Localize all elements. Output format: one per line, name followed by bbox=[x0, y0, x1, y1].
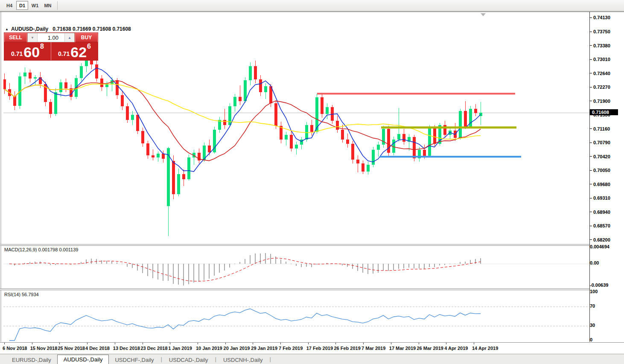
axis-tick: 0.70790 bbox=[590, 140, 610, 146]
chart-window: ▲ AUDUSD-,Daily 0.71638 0.71669 0.71608 … bbox=[0, 12, 624, 353]
axis-tick: 0.70420 bbox=[590, 154, 610, 159]
chart-tab-bar: EURUSD-,DailyAUDUSD-,DailyUSDCHF-,Daily|… bbox=[0, 354, 624, 364]
timeframe-button-w1[interactable]: W1 bbox=[29, 1, 41, 10]
chart-tab-usdcnh[interactable]: USDCNH-,Daily bbox=[217, 355, 268, 364]
axis-tick: 70 bbox=[590, 303, 595, 309]
axis-tick: 0.73750 bbox=[590, 29, 610, 35]
date-tick bbox=[143, 343, 143, 344]
sell-price-big: 60 bbox=[23, 47, 40, 58]
price-scale[interactable]: 0.741300.737500.733800.730100.726400.722… bbox=[590, 12, 624, 342]
macd-canvas[interactable] bbox=[3, 246, 589, 288]
symbol-period-label: AUDUSD-,Daily bbox=[11, 26, 48, 32]
timeframe-button-d1[interactable]: D1 bbox=[16, 1, 28, 10]
sell-price-display[interactable]: 0.71 60 8 bbox=[4, 42, 51, 60]
chart-tab-usdchf[interactable]: USDCHF-,Daily bbox=[109, 355, 160, 364]
chart-tab-eurusd[interactable]: EURUSD-,Daily bbox=[6, 355, 57, 364]
axis-tick: 0.71900 bbox=[590, 98, 610, 104]
date-label: 7 Feb 2019 bbox=[279, 346, 303, 351]
macd-label: MACD(12,26,9) 0.001798 0.001139 bbox=[4, 247, 78, 252]
date-label: 17 Feb 2019 bbox=[306, 346, 333, 351]
date-tick bbox=[335, 343, 336, 344]
volume-decrease-button[interactable]: ▼ bbox=[28, 33, 38, 42]
date-tick bbox=[280, 343, 281, 344]
date-label: 20 Jan 2019 bbox=[224, 346, 250, 351]
toolbar-separator bbox=[57, 1, 58, 10]
axis-tick: 0.00 bbox=[590, 260, 599, 266]
rsi-line bbox=[9, 309, 481, 341]
timeframe-button-h4[interactable]: H4 bbox=[3, 1, 15, 10]
buy-button[interactable]: BUY bbox=[75, 33, 98, 42]
axis-tick: 0.69310 bbox=[590, 195, 610, 201]
date-tick bbox=[115, 343, 115, 344]
date-tick bbox=[474, 343, 474, 344]
tab-separator: | bbox=[160, 356, 163, 362]
date-label: 13 Dec 2018 bbox=[113, 346, 140, 351]
rsi-canvas[interactable] bbox=[3, 290, 589, 342]
window-left-border-inner bbox=[1, 12, 2, 342]
date-tick bbox=[87, 343, 87, 344]
axis-tick: 0.68940 bbox=[590, 209, 610, 215]
date-label: 14 Apr 2019 bbox=[472, 346, 498, 351]
ohlc-values: 0.71638 0.71669 0.71608 0.71608 bbox=[52, 26, 131, 32]
axis-tick: 0.74130 bbox=[590, 15, 610, 20]
date-tick bbox=[32, 343, 32, 344]
date-tick bbox=[253, 343, 253, 344]
date-tick bbox=[391, 343, 391, 344]
sell-price-prefix: 0.71 bbox=[11, 50, 23, 57]
volume-increase-button[interactable]: ▲ bbox=[64, 33, 74, 42]
rsi-label: RSI(14) 56.7934 bbox=[4, 292, 39, 297]
axis-tick: 0.68570 bbox=[590, 223, 610, 229]
date-tick bbox=[59, 343, 60, 344]
buy-price-pip: 6 bbox=[87, 43, 91, 50]
date-label: 15 Nov 2018 bbox=[30, 346, 58, 351]
date-tick bbox=[446, 343, 446, 344]
date-label: 7 Mar 2019 bbox=[362, 346, 385, 351]
axis-tick: 0.68200 bbox=[590, 237, 610, 242]
time-scale[interactable]: 6 Nov 201815 Nov 201825 Nov 20184 Dec 20… bbox=[0, 342, 624, 354]
rsi-pane[interactable] bbox=[3, 290, 589, 342]
timeframe-button-mn[interactable]: MN bbox=[42, 1, 54, 10]
date-tick bbox=[4, 343, 5, 344]
axis-tick: 0 bbox=[590, 337, 592, 343]
date-tick bbox=[170, 343, 170, 344]
chart-shift-marker-icon[interactable] bbox=[481, 13, 486, 16]
date-label: 4 Dec 2018 bbox=[85, 346, 110, 351]
macd-histogram bbox=[9, 253, 481, 285]
tab-separator: | bbox=[268, 356, 271, 362]
date-tick bbox=[225, 343, 226, 344]
axis-tick: 0.73010 bbox=[590, 57, 610, 62]
axis-tick: 30 bbox=[590, 323, 595, 328]
date-label: 25 Nov 2018 bbox=[58, 346, 85, 351]
date-label: 4 Apr 2019 bbox=[444, 346, 468, 351]
axis-tick: 0.72270 bbox=[590, 84, 610, 90]
date-label: 26 Feb 2019 bbox=[334, 346, 360, 351]
one-click-trade-panel: SELL ▼ 1.00 ▲ BUY 0.71 60 8 0.71 62 6 bbox=[4, 33, 98, 60]
buy-price-prefix: 0.71 bbox=[58, 50, 70, 57]
date-label: 23 Dec 2018 bbox=[141, 346, 168, 351]
axis-tick: 0.70050 bbox=[590, 168, 610, 173]
chart-tab-audusd[interactable]: AUDUSD-,Daily bbox=[57, 355, 109, 364]
chart-title-line: ▲ AUDUSD-,Daily 0.71638 0.71669 0.71608 … bbox=[5, 26, 131, 32]
current-price-badge: 0.71608 bbox=[590, 109, 618, 115]
date-label: 10 Jan 2019 bbox=[196, 346, 222, 351]
date-tick bbox=[419, 343, 419, 344]
date-tick bbox=[198, 343, 198, 344]
chart-tab-usdcad[interactable]: USDCAD-,Daily bbox=[163, 355, 214, 364]
axis-tick: 0.72640 bbox=[590, 70, 610, 76]
window-left-border bbox=[0, 12, 0, 342]
buy-price-display[interactable]: 0.71 62 6 bbox=[51, 42, 98, 60]
axis-tick: 0.73380 bbox=[590, 43, 610, 48]
date-label: 29 Jan 2019 bbox=[251, 346, 277, 351]
sell-price-pip: 8 bbox=[40, 43, 44, 50]
collapse-triangle-icon[interactable]: ▲ bbox=[5, 27, 9, 31]
date-tick bbox=[308, 343, 309, 344]
axis-tick: 0.71160 bbox=[590, 126, 610, 131]
date-label: 6 Nov 2018 bbox=[3, 346, 27, 351]
sell-button[interactable]: SELL bbox=[4, 33, 27, 42]
volume-input[interactable]: 1.00 bbox=[38, 33, 64, 42]
macd-pane[interactable] bbox=[3, 246, 589, 288]
axis-tick: -0.00639 bbox=[590, 282, 608, 288]
axis-tick: 100 bbox=[590, 289, 598, 294]
volume-spinner: ▼ 1.00 ▲ bbox=[27, 33, 75, 42]
mt4-terminal: H4D1W1MN ▲ AUDUSD-,Daily 0.71638 0.71669… bbox=[0, 0, 624, 364]
